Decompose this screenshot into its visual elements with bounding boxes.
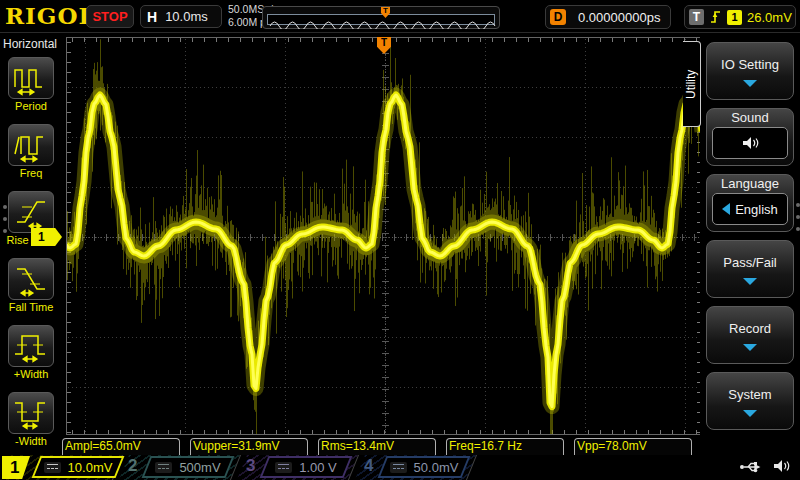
system-button[interactable]: System — [706, 372, 794, 430]
timebase-box[interactable]: H 10.0ms — [140, 5, 222, 28]
channel4-scale: 50.0mV — [414, 460, 459, 475]
top-status-bar: RIGOL STOP H 10.0ms 50.0MSa/s 6.00M pts … — [0, 0, 800, 33]
usb-icon — [739, 458, 763, 475]
channel2-coupling-icon — [155, 462, 172, 473]
channel4-status[interactable]: 50.0mV — [378, 456, 471, 478]
run-status-badge: STOP — [86, 5, 134, 28]
rising-edge-icon — [709, 9, 722, 25]
neg-width-button[interactable] — [8, 392, 54, 434]
pass-fail-button[interactable]: Pass/Fail — [706, 240, 794, 298]
channel2-scale: 500mV — [179, 460, 220, 475]
measurement-vupper: Vupper=31.9mV — [190, 438, 308, 455]
channel4-coupling-icon — [390, 462, 407, 473]
left-menu-title: Horizontal — [0, 33, 62, 51]
utility-tab[interactable]: Utility — [683, 41, 701, 127]
channel3-coupling-icon — [275, 462, 292, 473]
channel1-coupling-icon — [44, 462, 61, 473]
channel3-badge[interactable]: 3 — [246, 456, 255, 476]
rise-time-icon — [9, 192, 53, 232]
period-button[interactable] — [8, 57, 54, 99]
rise-time-button[interactable] — [8, 191, 54, 233]
channel3-scale: 1.00 V — [299, 460, 337, 475]
chevron-down-icon — [743, 80, 757, 87]
waveform-preview-box: T — [262, 6, 500, 29]
freq-icon — [9, 125, 53, 165]
channel-status-bar: 1 10.0mV 2 500mV 3 — [0, 455, 800, 480]
period-icon — [9, 58, 53, 98]
io-setting-button[interactable]: IO Setting — [706, 42, 794, 100]
menu-item-period[interactable]: Period — [0, 57, 62, 112]
freq-button[interactable] — [8, 124, 54, 166]
chevron-left-icon — [722, 203, 730, 215]
language-button[interactable]: Language English — [706, 174, 794, 232]
trigger-level-value: 26.0mV — [747, 10, 792, 25]
measurement-rms: Rms=13.4mV — [318, 438, 436, 455]
pos-width-button[interactable] — [8, 325, 54, 367]
chevron-down-icon — [743, 410, 757, 417]
delay-badge: D — [550, 9, 566, 25]
channel3-status[interactable]: 1.00 V — [260, 456, 353, 478]
neg-width-icon — [9, 393, 53, 433]
measurement-ampl: Ampl=65.0mV — [62, 438, 180, 455]
timebase-value: 10.0ms — [165, 9, 208, 24]
speaker-icon — [740, 134, 760, 152]
channel1-status[interactable]: 10.0mV — [32, 456, 125, 478]
channel2-status[interactable]: 500mV — [142, 456, 235, 478]
channel2-badge[interactable]: 2 — [128, 456, 137, 476]
trigger-source-badge: 1 — [727, 10, 742, 25]
waveform-preview-window[interactable] — [267, 14, 495, 25]
trigger-box: T 1 26.0mV — [684, 5, 796, 29]
channel1-scale: 10.0mV — [68, 460, 113, 475]
right-utility-menu: Utility IO Setting Sound Language Englis… — [700, 33, 800, 455]
delay-value: 0.00000000ps — [578, 10, 660, 25]
delay-box: D 0.00000000ps — [545, 5, 671, 29]
menu-item-freq[interactable]: Freq — [0, 124, 62, 179]
right-menu-page-dots — [796, 203, 800, 231]
menu-item-pos-width[interactable]: +Width — [0, 325, 62, 380]
language-value: English — [735, 202, 778, 217]
fall-time-button[interactable] — [8, 258, 54, 300]
waveform-display — [62, 33, 706, 437]
oscilloscope-screen: RIGOL STOP H 10.0ms 50.0MSa/s 6.00M pts … — [0, 0, 800, 480]
sound-state-box — [712, 127, 788, 159]
chevron-down-icon — [743, 278, 757, 285]
brand-logo: RIGOL — [5, 2, 96, 29]
preview-squiggle-icon — [268, 17, 496, 29]
fall-time-icon — [9, 259, 53, 299]
speaker-muted-icon — [772, 458, 792, 475]
menu-item-fall-time[interactable]: Fall Time — [0, 258, 62, 313]
pos-width-icon — [9, 326, 53, 366]
chevron-down-icon — [743, 344, 757, 351]
measurement-vpp: Vpp=78.0mV — [574, 438, 692, 455]
horizontal-label: H — [147, 9, 157, 25]
trigger-badge: T — [689, 9, 704, 25]
record-button[interactable]: Record — [706, 306, 794, 364]
menu-item-neg-width[interactable]: -Width — [0, 392, 62, 447]
measurement-freq: Freq=16.7 Hz — [446, 438, 564, 455]
language-value-box: English — [712, 193, 788, 225]
sound-button[interactable]: Sound — [706, 108, 794, 166]
channel4-badge[interactable]: 4 — [364, 456, 373, 476]
